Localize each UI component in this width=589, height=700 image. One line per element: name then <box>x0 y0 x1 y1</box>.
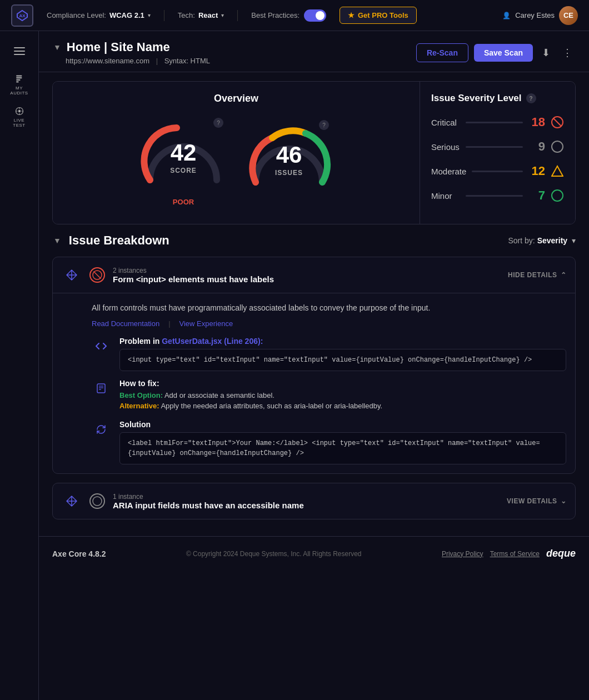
download-button[interactable]: ⬇ <box>538 44 553 61</box>
critical-count: 18 <box>528 115 545 129</box>
sort-by-section: Sort by: Severity ▾ <box>508 236 576 245</box>
severity-panel: Issue Severity Level ? Critical 18 <box>420 82 575 224</box>
get-pro-tools-button[interactable]: ★ Get PRO Tools <box>340 7 417 24</box>
sidebar-item-live-test[interactable]: LIVE TEST <box>6 103 33 131</box>
breakdown-title: Issue Breakdown <box>69 233 169 248</box>
best-option-label: Best Option: <box>119 391 163 399</box>
live-test-icon <box>13 107 26 116</box>
svg-marker-15 <box>552 166 563 176</box>
breakdown-collapse-button[interactable]: ▼ <box>52 235 62 246</box>
issues-question-badge[interactable]: ? <box>319 120 329 130</box>
issue-1-move-icon <box>62 265 82 285</box>
best-practices-label: Best Practices: <box>251 11 300 19</box>
compliance-value: WCAG 2.1 <box>109 11 144 19</box>
issue-2-move-icon <box>62 491 82 511</box>
svg-rect-5 <box>16 81 18 82</box>
issues-gauge-content: 46 ISSUES <box>275 143 303 177</box>
header-actions: Re-Scan Save Scan ⬇ ⋮ <box>416 43 576 62</box>
svg-point-23 <box>93 497 102 506</box>
solution-code-block: <label htmlFor="textInput">Your Name:</l… <box>119 432 566 464</box>
issue-2-actions: VIEW DETAILS ⌄ <box>507 497 566 505</box>
top-navigation: AX Compliance Level: WCAG 2.1 ▾ Tech: Re… <box>0 0 589 31</box>
severity-row-minor: Minor 7 <box>431 188 564 203</box>
sidebar-audits-label: MY AUDITS <box>9 86 30 96</box>
hide-details-button[interactable]: HIDE DETAILS ⌃ <box>508 271 566 279</box>
footer-version-label: Axe Core <box>52 549 86 558</box>
score-label: SCORE <box>170 167 197 174</box>
svg-text:AX: AX <box>19 13 26 18</box>
issue-1-description: All form controls must have programmatic… <box>92 302 566 314</box>
view-details-button[interactable]: VIEW DETAILS ⌄ <box>507 497 566 505</box>
main-content: ▼ Home | Site Name https://www.sitename.… <box>39 31 589 700</box>
svg-line-18 <box>94 272 101 279</box>
svg-point-14 <box>552 141 563 152</box>
critical-icon <box>551 116 564 129</box>
page-header: ▼ Home | Site Name https://www.sitename.… <box>39 31 589 72</box>
issue-1-instances: 2 instances <box>113 267 500 274</box>
read-documentation-link[interactable]: Read Documentation <box>92 319 159 328</box>
alt-label: Alternative: <box>119 402 159 410</box>
problem-row: Problem in GetUserData.jsx (Line 206): <… <box>92 337 566 371</box>
hide-details-label: HIDE DETAILS <box>508 271 557 279</box>
problem-file: GetUserData.jsx (Line 206): <box>162 337 263 346</box>
avatar[interactable]: CE <box>559 6 578 25</box>
terms-of-service-link[interactable]: Terms of Service <box>490 550 540 558</box>
critical-bar <box>466 122 523 123</box>
save-scan-button[interactable]: Save Scan <box>474 44 533 62</box>
moderate-label: Moderate <box>431 167 466 176</box>
svg-rect-3 <box>16 77 22 78</box>
tech-selector[interactable]: Tech: React ▾ <box>178 11 224 19</box>
logo[interactable]: AX <box>11 4 33 27</box>
svg-rect-19 <box>97 384 105 393</box>
overview-left: Overview 42 <box>53 82 420 224</box>
overview-title: Overview <box>64 93 408 104</box>
issue-1-actions: HIDE DETAILS ⌃ <box>508 271 566 279</box>
rescan-button[interactable]: Re-Scan <box>416 43 468 62</box>
doc-icon <box>92 379 111 398</box>
privacy-policy-link[interactable]: Privacy Policy <box>442 550 483 558</box>
toggle-switch[interactable] <box>304 9 326 22</box>
tech-value: React <box>198 11 218 19</box>
svg-rect-4 <box>16 79 20 81</box>
pro-btn-label: Get PRO Tools <box>358 11 408 19</box>
hide-details-chevron-icon: ⌃ <box>561 271 567 279</box>
minor-icon <box>551 189 564 202</box>
issue-card-2: 1 instance ARIA input fields must have a… <box>52 483 576 519</box>
sort-value[interactable]: Severity <box>537 236 567 245</box>
overview-section: Overview 42 <box>52 81 576 224</box>
hamburger-menu[interactable] <box>6 40 33 62</box>
best-option: Best Option: Add or associate a semantic… <box>119 391 566 399</box>
hamburger-line-2 <box>14 51 25 52</box>
minor-count: 7 <box>528 188 545 203</box>
issue-1-severity-icon <box>89 267 105 283</box>
code-icon <box>92 337 111 356</box>
severity-title: Issue Severity Level ? <box>431 93 564 104</box>
issue-1-links: Read Documentation | View Experience <box>92 319 566 328</box>
link-divider: | <box>168 319 170 328</box>
compliance-selector[interactable]: Compliance Level: WCAG 2.1 ▾ <box>47 11 151 19</box>
issues-gauge-wrapper: 46 ISSUES ? <box>244 116 333 204</box>
svg-line-13 <box>553 118 562 127</box>
hamburger-line-3 <box>14 54 25 55</box>
issue-2-severity-icon <box>89 493 105 509</box>
solution-title: Solution <box>119 420 566 429</box>
refresh-icon <box>92 420 111 439</box>
compliance-label: Compliance Level: <box>47 11 106 19</box>
view-experience-link[interactable]: View Experience <box>179 319 233 328</box>
best-option-text: Add or associate a semantic label. <box>164 391 274 399</box>
moderate-count: 12 <box>528 164 545 178</box>
alt-text: Apply the needed aria attributes, such a… <box>161 402 382 410</box>
severity-help-icon[interactable]: ? <box>526 93 536 103</box>
hamburger-line-1 <box>14 47 25 48</box>
solution-row: Solution <label htmlFor="textInput">Your… <box>92 420 566 464</box>
sidebar-item-audits[interactable]: MY AUDITS <box>6 71 33 99</box>
issue-2-info: 1 instance ARIA input fields must have a… <box>113 493 499 510</box>
best-practices-toggle[interactable]: Best Practices: <box>251 9 326 22</box>
collapse-button[interactable]: ▼ <box>52 42 62 53</box>
audits-icon <box>13 74 26 83</box>
moderate-bar <box>472 171 523 172</box>
issue-1-name: Form <input> elements must have labels <box>113 274 500 284</box>
score-question-badge[interactable]: ? <box>213 118 223 128</box>
download-icon: ⬇ <box>542 47 550 58</box>
more-options-button[interactable]: ⋮ <box>559 44 576 61</box>
